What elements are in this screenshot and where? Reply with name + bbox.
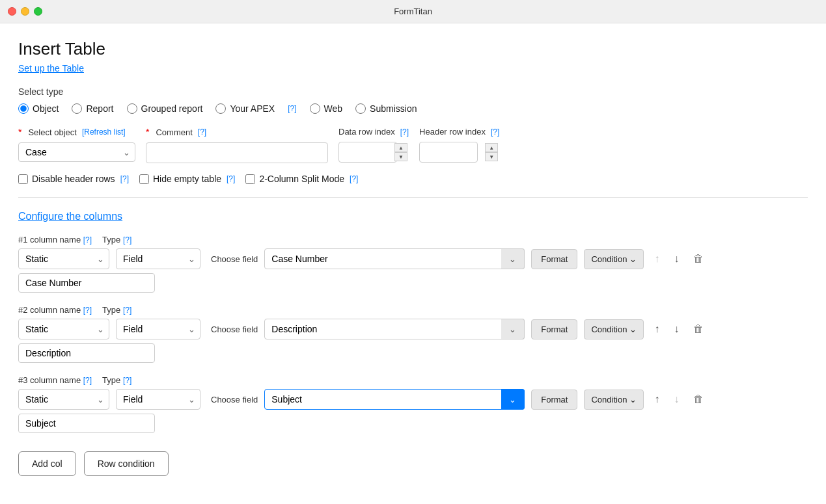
col2-choose-field-label: Choose field [211, 325, 258, 334]
two-column-split-help[interactable]: [?] [350, 174, 358, 183]
col2-format-btn[interactable]: Format [531, 319, 577, 339]
col3-move-up-btn[interactable]: ↑ [650, 390, 663, 409]
col2-condition-label: Condition [591, 325, 627, 334]
header-row-down[interactable]: ▼ [485, 152, 498, 161]
main-content: Insert Table Set up the Table Select typ… [0, 23, 826, 492]
col2-controls-row: Static Field Choose field Description ⌄ … [18, 319, 808, 339]
select-object-help[interactable]: [Refresh list] [82, 127, 126, 137]
col1-name-type-wrap[interactable]: Static [18, 248, 109, 269]
col3-name-input[interactable] [18, 414, 155, 433]
data-row-spinners: ▲ ▼ [394, 143, 407, 161]
col1-field-dropdown-arrow[interactable]: ⌄ [501, 248, 525, 269]
col2-type-label-group: Type [?] [102, 304, 154, 315]
close-button[interactable] [8, 7, 16, 16]
your-apex-help-link[interactable]: [?] [288, 104, 296, 113]
header-row-index-wrap: 1 ▲ ▼ [419, 142, 499, 163]
col2-name-input[interactable] [18, 343, 155, 363]
col3-type-help[interactable]: [?] [123, 376, 131, 385]
comment-input[interactable]: Cont-cases [146, 142, 328, 163]
header-row-index-input[interactable]: 1 [419, 142, 478, 163]
col3-help[interactable]: [?] [83, 376, 92, 385]
col1-move-up-btn: ↑ [650, 249, 663, 269]
page-title: Insert Table [18, 39, 808, 59]
object-form-row: * Select object [Refresh list] Case * Co… [18, 127, 808, 163]
hide-empty-table-item[interactable]: Hide empty table [?] [139, 174, 235, 184]
col1-help[interactable]: [?] [83, 235, 92, 245]
col1-format-btn[interactable]: Format [531, 249, 577, 269]
disable-header-rows-item[interactable]: Disable header rows [?] [18, 174, 129, 184]
col2-field-dropdown-arrow[interactable]: ⌄ [501, 319, 525, 339]
setup-table-link[interactable]: Set up the Table [18, 63, 84, 73]
header-row-help[interactable]: [?] [491, 127, 499, 137]
col1-name-input[interactable] [18, 273, 155, 293]
col1-field-select[interactable]: Case Number [264, 248, 525, 269]
col1-condition-arrow: ⌄ [629, 254, 637, 264]
two-column-split-item[interactable]: 2-Column Split Mode [?] [245, 174, 358, 184]
col1-name-type-select[interactable]: Static [18, 248, 109, 269]
col3-format-btn[interactable]: Format [531, 390, 577, 410]
col2-field-type-wrap[interactable]: Field [116, 319, 200, 339]
col3-field-dropdown-arrow[interactable]: ⌄ [501, 389, 525, 410]
col2-move-up-btn[interactable]: ↑ [650, 319, 663, 339]
col3-condition-label: Condition [591, 395, 627, 405]
add-col-btn[interactable]: Add col [18, 451, 76, 476]
header-row-up[interactable]: ▲ [485, 143, 498, 152]
col1-field-chooser[interactable]: Case Number ⌄ [264, 248, 525, 269]
data-row-index-group: Data row index [?] 2 ▲ ▼ [338, 127, 409, 163]
data-row-index-input[interactable]: 2 [338, 142, 397, 163]
radio-web[interactable]: Web [310, 103, 343, 114]
col1-delete-btn[interactable]: 🗑 [689, 249, 708, 269]
col1-move-down-btn[interactable]: ↓ [670, 249, 683, 269]
disable-header-rows-checkbox[interactable] [18, 174, 28, 184]
col2-move-down-btn[interactable]: ↓ [670, 319, 683, 339]
col3-field-chooser[interactable]: Subject ⌄ [264, 389, 525, 410]
hide-empty-table-help[interactable]: [?] [227, 174, 235, 183]
header-row-index-label: Header row index [419, 127, 486, 137]
select-object-wrap[interactable]: Case [18, 142, 135, 162]
two-column-split-checkbox[interactable] [245, 174, 255, 184]
col2-delete-btn[interactable]: 🗑 [689, 319, 708, 339]
hide-empty-table-checkbox[interactable] [139, 174, 149, 184]
radio-submission[interactable]: Submission [355, 103, 417, 114]
col2-condition-btn[interactable]: Condition ⌄ [584, 319, 644, 339]
col1-controls-row: Static Field Choose field Case Number ⌄ … [18, 248, 808, 269]
col1-type-help[interactable]: [?] [123, 235, 131, 245]
col3-field-type-wrap[interactable]: Field [116, 389, 200, 410]
comment-help[interactable]: [?] [198, 127, 206, 137]
col2-field-chooser[interactable]: Description ⌄ [264, 319, 525, 339]
col3-name-type-select[interactable]: Static [18, 389, 109, 410]
bottom-buttons: Add col Row condition [18, 451, 808, 476]
col3-field-type-select[interactable]: Field [116, 389, 200, 410]
data-row-up[interactable]: ▲ [394, 143, 407, 152]
minimize-button[interactable] [21, 7, 29, 16]
configure-columns-link[interactable]: Configure the columns [18, 211, 122, 222]
col1-condition-btn[interactable]: Condition ⌄ [584, 249, 644, 269]
col1-field-type-select[interactable]: Field [116, 248, 200, 269]
col3-name-type-wrap[interactable]: Static [18, 389, 109, 410]
data-row-down[interactable]: ▼ [394, 152, 407, 161]
radio-report[interactable]: Report [72, 103, 113, 114]
titlebar: FormTitan [0, 0, 826, 23]
col2-name-type-select[interactable]: Static [18, 319, 109, 339]
maximize-button[interactable] [34, 7, 42, 16]
col2-field-select[interactable]: Description [264, 319, 525, 339]
col3-condition-arrow: ⌄ [629, 395, 637, 405]
col1-field-type-wrap[interactable]: Field [116, 248, 200, 269]
header-row-spinners: ▲ ▼ [485, 143, 498, 161]
row-condition-btn[interactable]: Row condition [84, 451, 169, 476]
disable-header-rows-help[interactable]: [?] [120, 174, 129, 183]
radio-your-apex[interactable]: Your APEX [215, 103, 275, 114]
col2-label: #2 column name [?] [18, 305, 92, 315]
col3-field-select[interactable]: Subject [264, 389, 525, 410]
col3-condition-btn[interactable]: Condition ⌄ [584, 390, 644, 410]
radio-grouped-report-label: Grouped report [141, 103, 203, 114]
col2-help[interactable]: [?] [83, 306, 92, 315]
radio-object[interactable]: Object [18, 103, 59, 114]
radio-grouped-report[interactable]: Grouped report [127, 103, 203, 114]
col2-type-help[interactable]: [?] [123, 306, 131, 315]
col3-delete-btn[interactable]: 🗑 [689, 390, 708, 409]
select-object-dropdown[interactable]: Case [18, 142, 135, 162]
col2-field-type-select[interactable]: Field [116, 319, 200, 339]
col2-name-type-wrap[interactable]: Static [18, 319, 109, 339]
data-row-help[interactable]: [?] [400, 127, 409, 137]
